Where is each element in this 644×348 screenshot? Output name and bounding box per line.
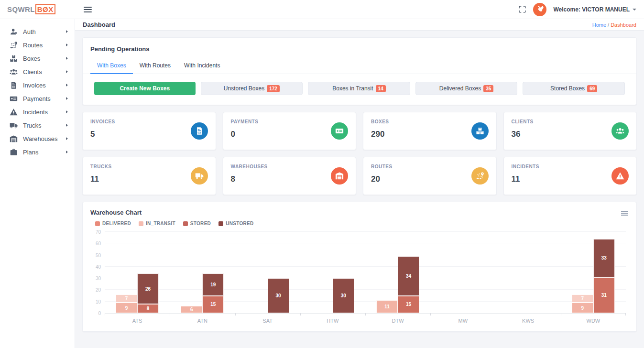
brand-logo-prefix: SQWRL [7, 5, 35, 13]
y-tick-label: 30 [96, 276, 101, 281]
y-tick-label: 50 [96, 252, 101, 258]
button-label: Boxes in Transit [332, 85, 373, 92]
boxes-in-transit-button[interactable]: Boxes in Transit14 [308, 82, 410, 95]
bar-segment-delivered: 9 [572, 303, 593, 313]
sidebar-toggle-icon[interactable] [83, 3, 93, 16]
user-menu[interactable]: Welcome: VICTOR MANUEL [553, 6, 636, 13]
bar-segment-unstored: 30 [268, 278, 289, 313]
x-axis-tick [561, 313, 561, 315]
sidebar-item-invoices[interactable]: Invoices [0, 78, 75, 92]
invoice-icon [191, 122, 208, 140]
legend-item-in-transit[interactable]: IN_TRANSIT [139, 221, 175, 226]
y-tick-label: 70 [96, 229, 101, 235]
button-label: Delivered Boxes [439, 85, 481, 92]
x-tick-label: MW [430, 318, 495, 324]
stored-boxes-button[interactable]: Stored Boxes69 [523, 82, 625, 95]
sidebar-item-label: Plans [23, 149, 39, 156]
breadcrumb-home-link[interactable]: Home [592, 22, 606, 28]
bar-segment-unstored: 33 [593, 239, 615, 277]
unstored-boxes-button[interactable]: Unstored Boxes172 [201, 82, 303, 95]
count-badge: 35 [483, 85, 493, 92]
stat-label: WAREHOUSES [231, 164, 268, 169]
sidebar-item-warehouses[interactable]: Warehouses [0, 132, 75, 145]
chart-plot: 97826615193030111534973133 [105, 232, 626, 314]
chevron-right-icon [66, 84, 68, 87]
stat-label: INCIDENTS [512, 164, 539, 169]
invoice-icon [10, 81, 18, 89]
x-tick-label: ATS [105, 318, 170, 324]
warning-icon [611, 167, 629, 185]
delivered-boxes-button[interactable]: Delivered Boxes35 [415, 82, 518, 95]
legend-label: DELIVERED [102, 221, 131, 226]
sidebar-item-payments[interactable]: Payments [0, 92, 75, 105]
boxes-icon [10, 54, 18, 63]
stat-label: BOXES [371, 119, 389, 124]
payment-icon [331, 122, 348, 140]
sidebar-item-label: Incidents [23, 109, 48, 116]
stats-grid: INVOICES5PAYMENTS0BOXES290CLIENTS36TRUCK… [82, 112, 637, 195]
sidebar: AuthRoutesBoxesClientsInvoicesPaymentsIn… [0, 19, 75, 348]
x-tick-label: DTW [365, 318, 430, 324]
bar-stack-left: 11 [376, 300, 398, 313]
breadcrumb-current: Dashboard [611, 22, 636, 28]
legend-label: IN_TRANSIT [146, 221, 175, 226]
stat-card-payments: PAYMENTS0 [223, 112, 357, 150]
sidebar-item-label: Trucks [23, 122, 42, 129]
fullscreen-icon[interactable] [518, 5, 526, 13]
stat-label: TRUCKS [90, 164, 112, 169]
stat-card-incidents: INCIDENTS11 [503, 157, 637, 195]
chart-category-slot-kws [496, 232, 561, 313]
sidebar-item-plans[interactable]: Plans [0, 145, 75, 159]
legend-item-unstored[interactable]: UNSTORED [218, 221, 253, 226]
stat-label: ROUTES [371, 164, 393, 169]
pending-operations-title: Pending Operations [83, 45, 636, 53]
tab-with-boxes[interactable]: With Boxes [90, 58, 133, 74]
sidebar-item-clients[interactable]: Clients [0, 65, 75, 78]
page-title: Dashboard [83, 21, 115, 28]
create-new-boxes-button[interactable]: Create New Boxes [94, 82, 196, 95]
sidebar-item-auth[interactable]: Auth [0, 25, 75, 38]
button-label: Create New Boxes [120, 85, 170, 92]
content: Pending Operations With BoxesWith Routes… [75, 31, 644, 338]
route-icon [10, 41, 18, 49]
sidebar-item-incidents[interactable]: Incidents [0, 105, 75, 119]
bar-stack-right: 1534 [398, 256, 419, 313]
stat-card-warehouses: WAREHOUSES8 [223, 157, 357, 195]
user-avatar[interactable] [533, 3, 546, 16]
count-badge: 14 [376, 85, 386, 92]
chart-category-slot-wdw: 973133 [561, 232, 626, 313]
y-tick-label: 60 [96, 241, 101, 246]
chart-context-menu-icon[interactable] [621, 210, 628, 217]
sidebar-item-trucks[interactable]: Trucks [0, 119, 75, 132]
boxes-icon [471, 122, 489, 140]
x-axis-tick [365, 313, 366, 315]
bar-segment-stored: 31 [593, 277, 615, 313]
bar-stack-right: 826 [137, 273, 159, 313]
legend-item-stored[interactable]: STORED [183, 221, 211, 226]
chevron-right-icon [66, 137, 68, 140]
brand-logo[interactable]: SQWRLBØX [0, 0, 75, 19]
legend-item-delivered[interactable]: DELIVERED [95, 221, 131, 226]
brand-logo-boxed: BØX [35, 4, 55, 14]
chart-area: 010203040506070 978266151930301115349731… [90, 232, 629, 314]
stat-value: 290 [371, 130, 389, 139]
user-icon [10, 28, 18, 36]
truck-icon [191, 167, 208, 185]
sidebar-item-routes[interactable]: Routes [0, 38, 75, 52]
tab-with-incidents[interactable]: With Incidents [177, 58, 227, 74]
bar-stack-left: 97 [116, 294, 137, 313]
tab-with-routes[interactable]: With Routes [133, 58, 177, 74]
bar-segment-unstored: 34 [398, 256, 419, 296]
truck-icon [10, 121, 18, 130]
chevron-right-icon [66, 110, 68, 113]
x-axis-tick [300, 313, 301, 315]
stat-card-invoices: INVOICES5 [82, 112, 216, 150]
bar-segment-stored: 15 [398, 296, 419, 313]
bar-segment-in-transit: 7 [116, 294, 137, 303]
stat-card-routes: ROUTES20 [363, 157, 497, 195]
warning-icon [10, 108, 18, 116]
button-label: Unstored Boxes [224, 85, 264, 92]
x-tick-label: SAT [235, 318, 300, 324]
sidebar-item-boxes[interactable]: Boxes [0, 52, 75, 65]
x-tick-label: WDW [561, 318, 626, 324]
